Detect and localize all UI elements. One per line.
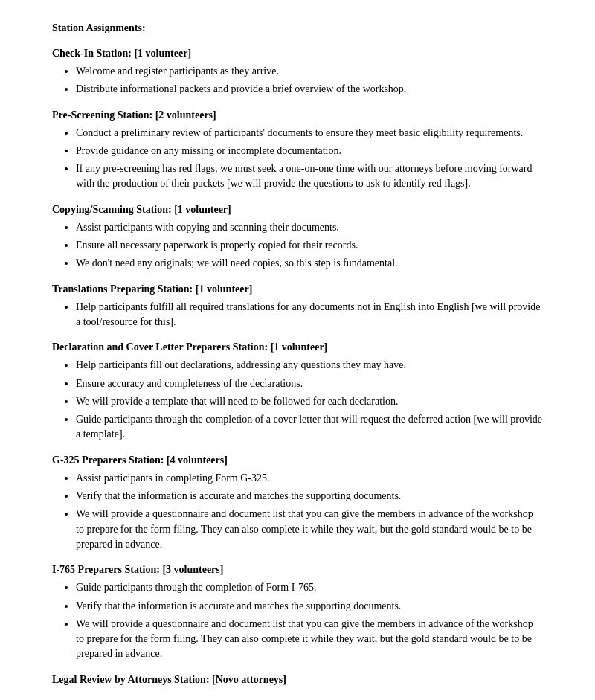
list-item: We will provide a questionnaire and docu… xyxy=(76,507,543,552)
bullet-list: Help participants fulfill all required t… xyxy=(76,300,543,330)
section-title: Copying/Scanning Station: [1 volunteer] xyxy=(52,204,543,216)
bullet-list: Assist participants with copying and sca… xyxy=(76,220,543,272)
section-title: I-765 Preparers Station: [3 volunteers] xyxy=(52,564,543,576)
list-item: We will provide a template that will nee… xyxy=(76,394,543,409)
list-item: Conduct a preliminary review of particip… xyxy=(76,126,543,141)
list-item: Verify that the information is accurate … xyxy=(76,599,543,614)
section: Pre-Screening Station: [2 volunteers]Con… xyxy=(52,109,543,192)
list-item: Assist participants in completing Form G… xyxy=(76,471,543,486)
section: I-765 Preparers Station: [3 volunteers]G… xyxy=(52,564,543,661)
section: Translations Preparing Station: [1 volun… xyxy=(52,283,543,330)
list-item: Verify that the information is accurate … xyxy=(76,489,543,504)
bullet-list: Guide participants through the completio… xyxy=(76,580,543,661)
list-item: Ensure accuracy and completeness of the … xyxy=(76,376,543,391)
list-item: Guide participants through the completio… xyxy=(76,412,543,443)
list-item: We don't need any originals; we will nee… xyxy=(76,256,543,271)
list-item: If any pre-screening has red flags, we m… xyxy=(76,161,543,192)
section: Legal Review by Attorneys Station: [Novo… xyxy=(52,674,543,686)
page-title: Station Assignments: xyxy=(52,22,543,34)
section-title: Check-In Station: [1 volunteer] xyxy=(52,48,543,60)
section: Declaration and Cover Letter Preparers S… xyxy=(52,341,543,442)
bullet-list: Conduct a preliminary review of particip… xyxy=(76,126,543,192)
sections-container: Check-In Station: [1 volunteer]Welcome a… xyxy=(52,48,543,686)
section-title: Translations Preparing Station: [1 volun… xyxy=(52,283,543,295)
list-item: Welcome and register participants as the… xyxy=(76,64,543,79)
bullet-list: Help participants fill out declarations,… xyxy=(76,358,543,442)
section-title: Legal Review by Attorneys Station: [Novo… xyxy=(52,674,543,686)
list-item: Guide participants through the completio… xyxy=(76,580,543,595)
list-item: We will provide a questionnaire and docu… xyxy=(76,617,543,662)
section-title: Pre-Screening Station: [2 volunteers] xyxy=(52,109,543,121)
list-item: Assist participants with copying and sca… xyxy=(76,220,543,235)
section: Copying/Scanning Station: [1 volunteer]A… xyxy=(52,204,543,272)
list-item: Ensure all necessary paperwork is proper… xyxy=(76,238,543,253)
section: Check-In Station: [1 volunteer]Welcome a… xyxy=(52,48,543,97)
section-title: G-325 Preparers Station: [4 volunteers] xyxy=(52,455,543,466)
list-item: Help participants fill out declarations,… xyxy=(76,358,543,373)
list-item: Provide guidance on any missing or incom… xyxy=(76,144,543,158)
list-item: Distribute informational packets and pro… xyxy=(76,82,543,97)
section-title: Declaration and Cover Letter Preparers S… xyxy=(52,341,543,353)
list-item: Help participants fulfill all required t… xyxy=(76,300,543,330)
bullet-list: Welcome and register participants as the… xyxy=(76,64,543,97)
section: G-325 Preparers Station: [4 volunteers]A… xyxy=(52,455,543,552)
bullet-list: Assist participants in completing Form G… xyxy=(76,471,543,552)
